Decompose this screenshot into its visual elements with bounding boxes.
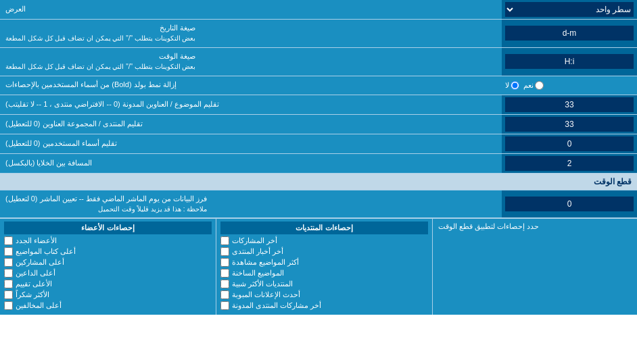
label-forum-4: المواضيع الساخنة [232,269,284,278]
input-topics[interactable] [502,95,637,114]
stats-item-member-3: أعلى المشاركين [4,258,212,267]
label-time-format: صيغة الوقتبعض التكوينات يتطلب "/" التي ي… [0,48,502,76]
checkbox-forum-2[interactable] [220,247,229,256]
checkbox-member-5[interactable] [4,280,13,288]
row-usernames: تقليم أسماء المستخدمين (0 للتعطيل) [0,134,637,154]
checkbox-member-4[interactable] [4,269,13,278]
input-time-format[interactable]: H:i [502,48,637,76]
label-bold: إزالة نمط بولد (Bold) من أسماء المستخدمي… [0,76,502,95]
checkbox-member-6[interactable] [4,290,13,299]
stats-section: حدد إحصاءات لتطبيق قطع الوقت إحصاءات الم… [0,218,637,315]
checkbox-member-7[interactable] [4,301,13,310]
text-forum[interactable] [505,117,634,132]
text-time-format[interactable]: H:i [505,54,634,69]
stats-item-forum-6: أحدث الإعلانات المبوبة [220,290,428,299]
stats-section-label: حدد إحصاءات لتطبيق قطع الوقت [433,219,637,315]
checkbox-member-1[interactable] [4,236,13,245]
row-cutoff: فرز البيانات من يوم الماشر الماضي فقط --… [0,190,637,219]
label-forum: تقليم المنتدى / المجموعة العناوين (0 للت… [0,115,502,134]
label-member-4: أعلى الداعين [16,269,55,278]
section-header-cutoff: قطع الوقت [0,174,637,190]
label-forum-7: أخر مشاركات المنتدى المدونة [232,301,321,310]
row-time-format: H:i صيغة الوقتبعض التكوينات يتطلب "/" ال… [0,48,637,76]
checkbox-member-3[interactable] [4,258,13,267]
label-member-7: أعلى المخالفين [16,301,62,310]
stats-item-forum-5: المنتديات الأكثر شبية [220,280,428,288]
stats-item-member-1: الأعضاء الجدد [4,236,212,245]
stats-item-member-4: أعلى الداعين [4,269,212,278]
label-عرض: العرض [0,0,502,19]
select-عرض[interactable]: سطر واحد [505,2,634,17]
stats-col-members-header: إحصاءات الأعضاء [4,222,212,234]
radio-bold-yes-label[interactable]: نعم [523,81,544,90]
input-forum[interactable] [502,115,637,134]
row-distance: المسافة بين الخلايا (بالبكسل) [0,154,637,174]
stats-item-member-2: أعلى كتاب المواضيع [4,247,212,256]
label-member-2: أعلى كتاب المواضيع [16,247,76,256]
row-forum: تقليم المنتدى / المجموعة العناوين (0 للت… [0,115,637,134]
label-forum-2: أخر أخبار المنتدى [232,247,283,256]
input-عرض[interactable]: سطر واحد [502,0,637,19]
stats-item-member-7: أعلى المخالفين [4,301,212,310]
radio-bold-no-label[interactable]: لا [505,81,519,90]
checkbox-forum-4[interactable] [220,269,229,278]
label-date-format: صيغة التاريخبعض التكوينات يتطلب "/" التي… [0,20,502,47]
stats-item-forum-1: أخر المشاركات [220,236,428,245]
text-usernames[interactable] [505,136,634,151]
checkbox-forum-1[interactable] [220,236,229,245]
input-usernames[interactable] [502,134,637,153]
text-date-format[interactable]: d-m [505,26,634,41]
stats-col-forums-header: إحصاءات المنتديات [220,222,428,234]
stats-columns: إحصاءات المنتديات أخر المشاركات أخر أخبا… [0,219,433,315]
row-bold: نعم لا إزالة نمط بولد (Bold) من أسماء ال… [0,76,637,95]
label-distance: المسافة بين الخلايا (بالبكسل) [0,154,502,173]
checkbox-forum-7[interactable] [220,301,229,310]
radio-bold-yes[interactable] [535,81,544,90]
checkbox-forum-5[interactable] [220,280,229,288]
checkbox-member-2[interactable] [4,247,13,256]
checkbox-forum-6[interactable] [220,290,229,299]
label-forum-5: المنتديات الأكثر شبية [232,280,293,288]
stats-item-forum-7: أخر مشاركات المنتدى المدونة [220,301,428,310]
row-topics: تقليم الموضوع / العناوين المدونة (0 -- ا… [0,95,637,115]
label-member-6: الأكثر شكراً [16,290,49,299]
label-forum-1: أخر المشاركات [232,236,277,245]
label-member-3: أعلى المشاركين [16,258,64,267]
checkbox-forum-3[interactable] [220,258,229,267]
row-date-format: d-m صيغة التاريخبعض التكوينات يتطلب "/" … [0,20,637,48]
label-usernames: تقليم أسماء المستخدمين (0 للتعطيل) [0,134,502,153]
input-cutoff[interactable] [502,190,637,218]
stats-col-forums: إحصاءات المنتديات أخر المشاركات أخر أخبا… [216,219,433,315]
label-member-5: الأعلى تقييم [16,280,52,288]
input-distance[interactable] [502,154,637,173]
stats-item-forum-3: أكثر المواضيع مشاهدة [220,258,428,267]
text-cutoff[interactable] [505,197,634,211]
input-date-format[interactable]: d-m [502,20,637,47]
label-member-1: الأعضاء الجدد [16,236,57,245]
label-forum-3: أكثر المواضيع مشاهدة [232,258,299,267]
stats-item-member-5: الأعلى تقييم [4,280,212,288]
label-topics: تقليم الموضوع / العناوين المدونة (0 -- ا… [0,95,502,114]
radio-bold-no[interactable] [511,81,519,90]
text-distance[interactable] [505,156,634,171]
label-forum-6: أحدث الإعلانات المبوبة [232,290,300,299]
stats-col-members: إحصاءات الأعضاء الأعضاء الجدد أعلى كتاب … [0,219,216,315]
label-cutoff: فرز البيانات من يوم الماشر الماضي فقط --… [0,190,502,218]
row-عرض: سطر واحد العرض [0,0,637,20]
text-topics[interactable] [505,97,634,112]
input-bold: نعم لا [502,76,637,95]
stats-item-forum-2: أخر أخبار المنتدى [220,247,428,256]
radio-bold-group: نعم لا [505,81,544,90]
stats-item-forum-4: المواضيع الساخنة [220,269,428,278]
stats-item-member-6: الأكثر شكراً [4,290,212,299]
